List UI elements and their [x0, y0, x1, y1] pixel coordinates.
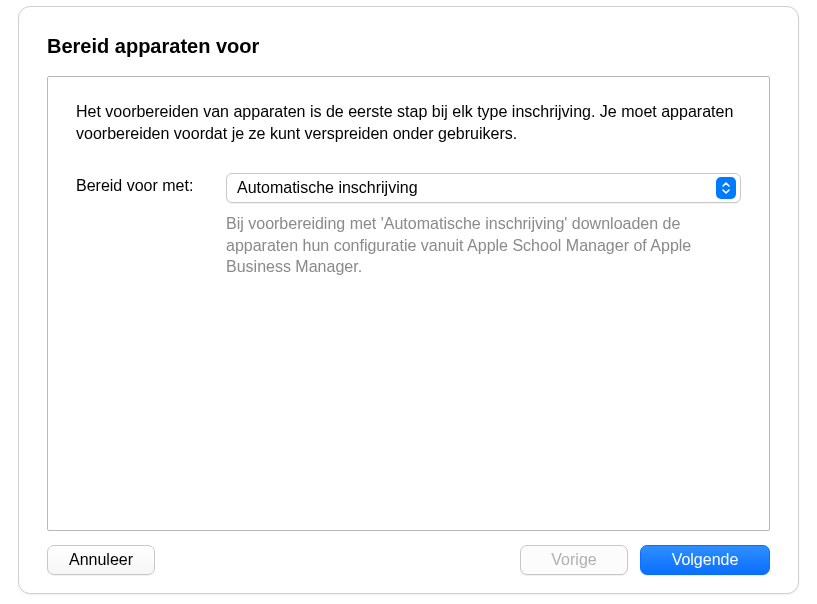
prepare-with-value-wrap: Automatische inschrijving Bij voorbereid…	[226, 173, 741, 278]
dropdown-selected-text: Automatische inschrijving	[237, 179, 716, 197]
chevron-up-down-icon	[716, 177, 736, 199]
sheet-title: Bereid apparaten voor	[47, 35, 770, 58]
prepare-with-label: Bereid voor met:	[76, 173, 214, 195]
content-panel: Het voorbereiden van apparaten is de eer…	[47, 76, 770, 531]
intro-text: Het voorbereiden van apparaten is de eer…	[76, 101, 741, 145]
next-button[interactable]: Volgende	[640, 545, 770, 575]
prepare-with-row: Bereid voor met: Automatische inschrijvi…	[76, 173, 741, 278]
cancel-button[interactable]: Annuleer	[47, 545, 155, 575]
prepare-with-dropdown[interactable]: Automatische inschrijving	[226, 173, 741, 203]
previous-button[interactable]: Vorige	[520, 545, 628, 575]
prepare-devices-sheet: Bereid apparaten voor Het voorbereiden v…	[18, 6, 799, 594]
button-row: Annuleer Vorige Volgende	[47, 545, 770, 575]
prepare-with-hint: Bij voorbereiding met 'Automatische insc…	[226, 213, 741, 278]
